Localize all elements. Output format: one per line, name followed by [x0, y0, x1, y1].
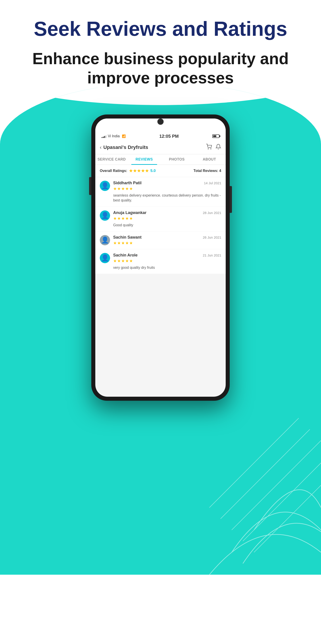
header-left: ‹ Upasani's Dryfruits [100, 144, 148, 150]
header-icons [206, 144, 221, 151]
phone-screen: Vi India 📶 12:05 PM ‹ Upasani's Dryfruit [95, 118, 226, 397]
signal-bar-3 [104, 136, 105, 138]
review-meta-4: Sachin Arole 21 Jun 2021 ★ ★ ★ ★ ★ [113, 253, 221, 264]
review-stars-2: ★ ★ ★ ★ ★ [113, 216, 221, 221]
status-right [212, 134, 219, 138]
avatar-1: 👤 [100, 181, 110, 191]
svg-point-6 [211, 148, 211, 149]
phone-outer: Vi India 📶 12:05 PM ‹ Upasani's Dryfruit [91, 114, 230, 401]
phone-container: Vi India 📶 12:05 PM ‹ Upasani's Dryfruit [0, 114, 321, 401]
reviewer-name-1: Siddharth Patil [113, 181, 142, 185]
reviewer-row-1: Siddharth Patil 14 Jul 2021 [113, 181, 221, 185]
back-button[interactable]: ‹ [100, 144, 102, 150]
ratings-label: Overall Ratings: [100, 169, 127, 173]
svg-line-3 [209, 418, 299, 508]
review-header-1: 👤 Siddharth Patil 14 Jul 2021 ★ ★ [100, 181, 221, 191]
bell-icon[interactable] [215, 144, 221, 151]
tab-reviews[interactable]: REVIEWS [128, 154, 160, 164]
review-stars-1: ★ ★ ★ ★ ★ [113, 186, 221, 191]
page-wrapper: Seek Reviews and Ratings Enhance busines… [0, 0, 321, 644]
camera-notch [157, 118, 164, 125]
sub-title-line1: Enhance business popularity and [32, 50, 289, 68]
review-item-4: 👤 Sachin Arole 21 Jun 2021 ★ ★ [95, 249, 226, 274]
review-header-4: 👤 Sachin Arole 21 Jun 2021 ★ ★ [100, 253, 221, 264]
review-meta-1: Siddharth Patil 14 Jul 2021 ★ ★ ★ ★ ★ [113, 181, 221, 191]
svg-line-4 [221, 429, 310, 519]
review-date-1: 14 Jul 2021 [204, 181, 221, 185]
star-2: ★ [133, 168, 137, 173]
reviewer-name-2: Anuja Lagwankar [113, 210, 147, 215]
reviewer-row-2: Anuja Lagwankar 28 Jun 2021 [113, 210, 221, 215]
avatar-2: 👤 [100, 210, 110, 221]
svg-line-2 [254, 463, 321, 552]
main-title: Seek Reviews and Ratings [22, 18, 299, 40]
review-header-3: 👤 Sachin Sawant 26 Jun 2021 ★ ★ [100, 235, 221, 246]
tab-service-card[interactable]: SERVICE CARD [95, 154, 128, 164]
battery-icon [212, 134, 219, 138]
top-section: Seek Reviews and Ratings Enhance busines… [0, 0, 321, 88]
reviews-content: Overall Ratings: ★ ★ ★ ★ ★ 5.0 Total Rev… [95, 165, 226, 274]
avatar-4: 👤 [100, 253, 110, 263]
review-stars-3: ★ ★ ★ ★ ★ [113, 240, 221, 246]
review-header-2: 👤 Anuja Lagwankar 28 Jun 2021 ★ ★ [100, 210, 221, 221]
review-text-4: very good quality dry fruits [100, 265, 221, 270]
star-3: ★ [137, 168, 141, 173]
total-reviews: Total Reviews: 4 [193, 169, 221, 173]
reviewer-row-4: Sachin Arole 21 Jun 2021 [113, 253, 221, 258]
svg-line-1 [243, 452, 321, 541]
review-item-1: 👤 Siddharth Patil 14 Jul 2021 ★ ★ [95, 177, 226, 207]
signal-bars [102, 134, 107, 138]
avatar-icon-1: 👤 [101, 182, 109, 190]
tab-photos[interactable]: PHOTOS [160, 154, 193, 164]
rating-value: 5.0 [151, 168, 156, 173]
app-header: ‹ Upasani's Dryfruits [95, 142, 226, 154]
review-stars-4: ★ ★ ★ ★ ★ [113, 258, 221, 264]
carrier-label: Vi India [108, 134, 120, 138]
avatar-photo-3: 👤 [101, 236, 109, 244]
review-date-4: 21 Jun 2021 [203, 253, 221, 257]
signal-bar-4 [106, 135, 107, 138]
decorative-lines [187, 396, 321, 575]
signal-bar-2 [103, 137, 104, 138]
store-name: Upasani's Dryfruits [103, 144, 148, 150]
battery-fill [213, 135, 216, 137]
reviewer-row-3: Sachin Sawant 26 Jun 2021 [113, 235, 221, 240]
overall-stars: ★ ★ ★ ★ ★ [129, 168, 149, 173]
cart-icon[interactable] [206, 144, 212, 151]
tab-about[interactable]: ABOUT [193, 154, 226, 164]
avatar-icon-4: 👤 [101, 254, 109, 262]
review-date-2: 28 Jun 2021 [203, 211, 221, 215]
star-4: ★ [141, 168, 145, 173]
status-left: Vi India 📶 [102, 134, 126, 138]
star-1: ★ [129, 168, 133, 173]
avatar-icon-2: 👤 [101, 212, 109, 219]
tabs-bar: SERVICE CARD REVIEWS PHOTOS ABOUT [95, 154, 226, 165]
star-5: ★ [145, 168, 149, 173]
sub-title-line2: improve processes [87, 69, 234, 87]
review-text-2: Good quality [100, 223, 221, 228]
svg-point-5 [208, 148, 208, 149]
review-item-3: 👤 Sachin Sawant 26 Jun 2021 ★ ★ [95, 232, 226, 249]
overall-ratings-bar: Overall Ratings: ★ ★ ★ ★ ★ 5.0 Total Rev… [95, 165, 226, 177]
avatar-3: 👤 [100, 235, 110, 245]
ratings-left: Overall Ratings: ★ ★ ★ ★ ★ 5.0 [100, 168, 156, 173]
review-meta-3: Sachin Sawant 26 Jun 2021 ★ ★ ★ ★ ★ [113, 235, 221, 246]
review-date-3: 26 Jun 2021 [203, 236, 221, 239]
signal-bar-1 [102, 137, 102, 138]
status-time: 12:05 PM [160, 134, 179, 139]
reviewer-name-3: Sachin Sawant [113, 235, 142, 240]
sub-title: Enhance business popularity and improve … [22, 49, 299, 88]
svg-line-0 [232, 440, 321, 530]
review-text-1: seamless delivery experience. courteous … [100, 193, 221, 203]
review-item-2: 👤 Anuja Lagwankar 28 Jun 2021 ★ ★ [95, 207, 226, 232]
wifi-icon: 📶 [122, 134, 126, 138]
review-meta-2: Anuja Lagwankar 28 Jun 2021 ★ ★ ★ ★ ★ [113, 210, 221, 221]
reviewer-name-4: Sachin Arole [113, 253, 138, 258]
